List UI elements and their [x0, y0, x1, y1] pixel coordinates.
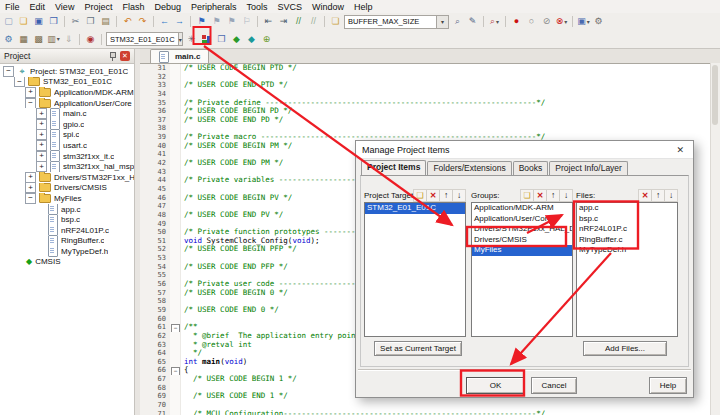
scrollbar-thumb[interactable]	[712, 65, 718, 125]
redo-icon[interactable]: ↷	[136, 15, 149, 28]
dialog-tab-books[interactable]: Books	[513, 161, 549, 175]
debug-restore-views-icon[interactable]: ⌕▾	[488, 15, 501, 28]
toggle-breakpoint-icon[interactable]: ●	[510, 15, 523, 28]
file-extensions-icon[interactable]: ❐	[215, 33, 228, 46]
expander-icon[interactable]: +	[36, 161, 47, 172]
list-item-application-user-core[interactable]: Application/User/Core	[472, 214, 572, 225]
tree-item-app-c[interactable]: app.c	[0, 204, 134, 215]
disable-all-breakpoints-icon[interactable]: ⊘	[540, 15, 553, 28]
options-for-target-icon[interactable]: ✳	[185, 33, 198, 46]
expander-icon[interactable]: +	[36, 108, 47, 119]
down-icon[interactable]: ↓	[452, 190, 465, 201]
undo-icon[interactable]: ↶	[121, 15, 134, 28]
dropdown-icon[interactable]: ▾	[436, 16, 448, 28]
help-button[interactable]: Help	[649, 377, 687, 394]
tree-item-mytypedef-h[interactable]: MyTypeDef.h	[0, 246, 134, 257]
expander-icon[interactable]: +	[36, 119, 47, 130]
pack-installer-icon[interactable]: ⊕	[260, 33, 273, 46]
tree-item-gpio-c[interactable]: +gpio.c	[0, 119, 134, 130]
menu-project[interactable]: Project	[79, 0, 117, 13]
save-all-icon[interactable]: ❒	[47, 15, 60, 28]
tree-item-application-mdk-arm[interactable]: +Application/MDK-ARM	[0, 87, 134, 98]
find-in-files-icon[interactable]: ❏	[329, 15, 342, 28]
list-files[interactable]: app.cbsp.cnRF24L01P.cRingBuffer.cMyTypeD…	[576, 202, 678, 337]
configure-icon[interactable]: ⚙	[592, 15, 605, 28]
dialog-tab-project-info-layer[interactable]: Project Info/Layer	[549, 161, 628, 175]
up-icon[interactable]: ↑	[651, 190, 664, 201]
tree-item-main-c[interactable]: +main.c	[0, 108, 134, 119]
tree-item-spi-c[interactable]: +spi.c	[0, 130, 134, 141]
rebuild-icon[interactable]: ▩	[32, 33, 45, 46]
find-next-icon[interactable]: ⌕	[451, 15, 464, 28]
menu-edit[interactable]: Edit	[25, 0, 51, 13]
next-bookmark-icon[interactable]: ⚑	[225, 15, 238, 28]
expander-icon[interactable]: −	[3, 66, 14, 77]
set-as-current-target-button[interactable]: Set as Current Target	[374, 341, 462, 356]
window-layout-icon[interactable]: ▣▾	[577, 15, 590, 28]
menu-view[interactable]: View	[50, 0, 79, 13]
down-icon[interactable]: ↓	[559, 190, 572, 201]
open-folder-icon[interactable]: ❏	[17, 15, 30, 28]
target-combo[interactable]: STM32_E01_E01C▾	[106, 32, 183, 46]
tree-item-stm32-e01-e01c[interactable]: −STM32_E01_E01C	[0, 77, 134, 88]
list-item-stm32-e01-e01c[interactable]: STM32_E01_E01C	[365, 203, 465, 214]
menu-debug[interactable]: Debug	[149, 0, 186, 13]
translate-icon[interactable]: ⚙	[2, 33, 15, 46]
prev-bookmark-icon[interactable]: ⚑	[210, 15, 223, 28]
expander-icon[interactable]: +	[25, 87, 36, 98]
menu-file[interactable]: File	[0, 0, 25, 13]
editor-scrollbar[interactable]	[710, 63, 720, 415]
delete-icon[interactable]: ✕	[533, 190, 546, 201]
list-item-app-c[interactable]: app.c	[577, 203, 677, 214]
navigate-forward-icon[interactable]: →	[173, 15, 186, 28]
list-item-mytypedef-h[interactable]: MyTypeDef.h	[577, 245, 677, 256]
clear-bookmarks-icon[interactable]: ⚐	[240, 15, 253, 28]
tree-item-stm32f1xx-hal-msp-c[interactable]: +stm32f1xx_hal_msp.c	[0, 161, 134, 172]
down-icon[interactable]: ↓	[664, 190, 677, 201]
tree-item-drivers-stm32f1xx-hal-driv[interactable]: +Drivers/STM32F1xx_HAL_Driv	[0, 172, 134, 183]
tree-item-stm32f1xx-it-c[interactable]: +stm32f1xx_it.c	[0, 151, 134, 162]
pin-icon[interactable]	[108, 51, 117, 61]
search-combo[interactable]: BUFFER_MAX_SIZE▾	[344, 15, 449, 29]
indent-icon[interactable]: ⇥	[277, 15, 290, 28]
menu-tools[interactable]: Tools	[241, 0, 272, 13]
dialog-title-bar[interactable]: Manage Project Items ✕	[356, 141, 693, 159]
tree-item-project-stm32-e01-e01c[interactable]: −⌖Project: STM32_E01_E01C	[0, 66, 134, 77]
comment-icon[interactable]: //	[292, 15, 305, 28]
new-icon[interactable]: ❏	[414, 190, 426, 201]
expander-icon[interactable]: −	[25, 98, 36, 109]
list-item-drivers-cmsis[interactable]: Drivers/CMSIS	[472, 235, 572, 246]
tab-main-c[interactable]: main.c	[150, 49, 209, 63]
add-files-button[interactable]: Add Files...	[583, 341, 667, 356]
delete-icon[interactable]: ✕	[426, 190, 439, 201]
tree-item-nrf24l01p-c[interactable]: nRF24L01P.c	[0, 225, 134, 236]
incremental-find-icon[interactable]: ✎	[466, 15, 479, 28]
tree-item-myfiles[interactable]: −MyFiles	[0, 193, 134, 204]
close-panel-icon[interactable]: ✕	[120, 51, 130, 61]
menu-svcs[interactable]: SVCS	[273, 0, 308, 13]
expander-icon[interactable]: +	[25, 172, 36, 183]
uncomment-icon[interactable]: //	[307, 15, 320, 28]
list-groups[interactable]: Application/MDK-ARMApplication/User/Core…	[471, 202, 573, 337]
batch-build-icon[interactable]: ▥▾	[47, 33, 60, 46]
list-item-drivers-stm32f1xx-hal-driver[interactable]: Drivers/STM32F1xx_HAL_Driver	[472, 224, 572, 235]
menu-flash[interactable]: Flash	[117, 0, 149, 13]
list-item-application-mdk-arm[interactable]: Application/MDK-ARM	[472, 203, 572, 214]
insert-bookmark-icon[interactable]: ⚑	[195, 15, 208, 28]
dialog-tab-folders-extensions[interactable]: Folders/Extensions	[427, 161, 511, 175]
tree-item-application-user-core[interactable]: −Application/User/Core	[0, 98, 134, 109]
dialog-close-icon[interactable]: ✕	[673, 145, 687, 155]
expander-icon[interactable]: +	[25, 183, 36, 194]
up-icon[interactable]: ↑	[546, 190, 559, 201]
expander-icon[interactable]: +	[36, 130, 47, 141]
menu-window[interactable]: Window	[307, 0, 349, 13]
save-icon[interactable]: ▣	[32, 15, 45, 28]
start-debug-session-icon[interactable]: ◉	[84, 33, 97, 46]
download-icon[interactable]: ⇓	[62, 33, 75, 46]
list-item-nrf24l01p-c[interactable]: nRF24L01P.c	[577, 224, 677, 235]
list-item-ringbuffer-c[interactable]: RingBuffer.c	[577, 235, 677, 246]
tree-item-drivers-cmsis[interactable]: +Drivers/CMSIS	[0, 183, 134, 194]
menu-peripherals[interactable]: Peripherals	[186, 0, 242, 13]
cut-icon[interactable]: ✂	[69, 15, 82, 28]
build-icon[interactable]: ▦	[17, 33, 30, 46]
